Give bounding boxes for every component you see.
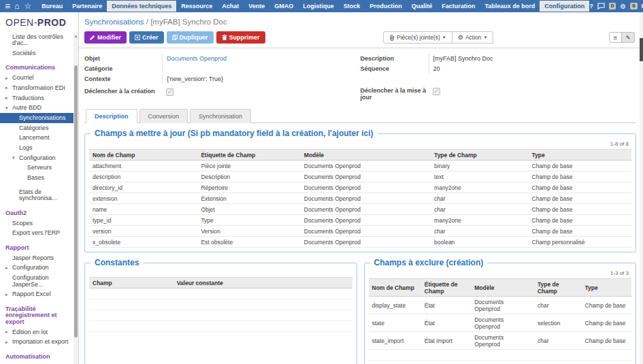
tab[interactable]: Conversion	[139, 109, 188, 123]
sidebar-item[interactable]: Automatisation	[0, 352, 78, 362]
column-header[interactable]: Valeur constante	[174, 278, 352, 288]
update-fields-pagination[interactable]: 1-8 of 8	[89, 141, 631, 149]
column-header[interactable]: Nom de Champ	[89, 150, 197, 161]
attachments-dropdown-button[interactable]: Pièce(s) jointe(s) ▼	[383, 31, 452, 44]
table-row[interactable]: type_idTypeDocuments Openprodmany2oneCha…	[89, 215, 631, 226]
sidebar-item[interactable]: ▾ Configuration	[0, 153, 78, 163]
star-favorites-icon[interactable]: ☆	[24, 2, 31, 10]
exclude-fields-pagination[interactable]: 1-3 of 3	[369, 270, 632, 278]
sidebar-item[interactable]: ▸ Transformation EDI	[0, 83, 78, 93]
action-dropdown-button[interactable]: ⚙ Action ▼	[452, 31, 494, 44]
column-header[interactable]: Modèle	[301, 150, 431, 161]
expand-arrow-icon[interactable]: ▸	[5, 265, 8, 271]
create-button[interactable]: Créer	[129, 31, 164, 44]
table-row[interactable]: state_importÉtat importDocuments Openpro…	[369, 332, 632, 350]
sidebar-scrollbar[interactable]: ▲	[73, 33, 78, 364]
sidebar-item[interactable]: Sociétés	[0, 48, 78, 59]
sidebar-item[interactable]: Rapport	[0, 243, 78, 253]
table-row[interactable]: stateÉtatDocuments OpenprodselectionCham…	[369, 314, 632, 332]
topbar-menu-item[interactable]: Ressource	[176, 1, 217, 12]
column-header[interactable]: Modèle	[471, 279, 534, 297]
home-icon[interactable]: ⌂	[14, 2, 19, 10]
expand-arrow-icon[interactable]: ▸	[5, 75, 8, 82]
sidebar-item[interactable]: Etats de synchronisa...	[0, 187, 78, 203]
edit-button[interactable]: Modifier	[84, 31, 127, 44]
expand-arrow-icon[interactable]: ▾	[5, 105, 8, 112]
topbar-menu-item[interactable]: Logistique	[298, 1, 339, 12]
sidebar-item[interactable]: Serveurs	[0, 163, 78, 173]
sidebar-item[interactable]: ▸ Importation et export	[0, 337, 78, 348]
column-header[interactable]: Type	[582, 279, 631, 297]
delete-button[interactable]: Supprimer	[216, 31, 265, 44]
sidebar-item[interactable]: ▸ Courriel	[0, 73, 78, 84]
column-header[interactable]: Étiquette de Champ	[421, 279, 471, 297]
topbar-menu-item[interactable]: Vente	[244, 1, 269, 12]
sidebar-scrollbar-thumb[interactable]	[74, 65, 78, 337]
sidebar-item[interactable]: ▸ Rapport Excel	[0, 290, 78, 300]
topbar-menu-item[interactable]: Facturation	[437, 1, 480, 12]
page-scrollbar[interactable]	[640, 12, 643, 364]
expand-arrow-icon[interactable]: ▾	[12, 154, 15, 161]
expand-arrow-icon[interactable]: ▸	[5, 84, 8, 91]
trigger-create-checkbox[interactable]: ✓	[166, 88, 174, 96]
expand-arrow-icon[interactable]: ▸	[5, 329, 8, 335]
page-scrollbar-thumb[interactable]	[640, 38, 643, 61]
table-row[interactable]: descriptionDescriptionDocuments Openprod…	[89, 171, 631, 182]
sidebar-item[interactable]: Oauth2	[0, 208, 78, 218]
sidebar-item[interactable]: Configuration JasperSe...	[0, 273, 78, 289]
table-row[interactable]: directory_idRépertoireDocuments Openprod…	[89, 182, 631, 193]
column-header[interactable]: Type de Champ	[431, 150, 528, 161]
column-header[interactable]: Type	[529, 150, 631, 161]
settings-count-badge[interactable]: 0	[630, 3, 637, 10]
table-row[interactable]: display_stateÉtatDocuments OpenprodcharC…	[369, 297, 632, 314]
sidebar-item[interactable]: ▾ Autre BDD	[0, 103, 78, 114]
messages-icon[interactable]	[597, 3, 605, 10]
breadcrumb-parent-link[interactable]: Synchronisations	[84, 18, 144, 26]
sidebar-item[interactable]: Export vers l'ERP	[0, 229, 78, 239]
sidebar-item[interactable]: ▸ Traductions	[0, 93, 78, 103]
sidebar-item[interactable]: Communications	[0, 63, 78, 73]
hamburger-menu-icon[interactable]: ≡	[5, 2, 10, 10]
table-row[interactable]: x_obsoleteEst obsolèteDocuments Openprod…	[89, 237, 631, 248]
sidebar-item[interactable]: Synchronisations	[0, 113, 78, 123]
sidebar-item[interactable]: ▸ Configuration	[0, 263, 78, 274]
expand-arrow-icon[interactable]: ▸	[5, 95, 8, 101]
list-view-button[interactable]: ≡	[609, 32, 622, 43]
column-header[interactable]: Type de Champ	[534, 279, 582, 297]
messages-count-badge[interactable]: 0	[609, 3, 616, 10]
sidebar-item[interactable]: Traçabilité enregistrement et export	[0, 304, 78, 327]
scroll-up-arrow-icon[interactable]: ▲	[73, 33, 78, 39]
sidebar-item[interactable]: Jasper Reports	[0, 253, 78, 263]
topbar-menu-item[interactable]: Configuration	[540, 1, 589, 12]
topbar-menu-item[interactable]: Données techniques	[107, 1, 176, 12]
tab[interactable]: Synchronisation	[190, 109, 251, 123]
topbar-menu-item[interactable]: GMAO	[269, 1, 298, 12]
trigger-update-checkbox[interactable]: ✓	[433, 88, 440, 95]
column-header[interactable]: Champ	[89, 278, 174, 288]
column-header[interactable]: Étiquette de Champ	[197, 150, 300, 161]
sidebar-item[interactable]: Lancement	[0, 133, 78, 144]
form-view-button[interactable]: ✎	[622, 32, 635, 43]
topbar-menu-item[interactable]: Qualité	[407, 1, 438, 12]
topbar-menu-item[interactable]: Achat	[217, 1, 244, 12]
help-icon[interactable]: ?	[589, 3, 593, 10]
table-row[interactable]: attachmentPièce jointeDocuments Openprod…	[89, 161, 631, 171]
table-row[interactable]: versionVersionDocuments OpenprodcharCham…	[89, 226, 631, 237]
topbar-menu-item[interactable]: Tableaux de bord	[480, 1, 540, 12]
sidebar-item[interactable]: Catégories	[0, 123, 78, 133]
topbar-menu-item[interactable]: Production	[365, 1, 407, 12]
topbar-menu-item[interactable]: Partenaire	[67, 1, 107, 12]
topbar-menu-item[interactable]: Bureau	[37, 1, 67, 12]
tab[interactable]: Description	[86, 109, 137, 123]
sidebar-item[interactable]: Liste des contrôles d'ac...	[0, 32, 78, 48]
table-row[interactable]: extensionExtensionDocuments Openprodchar…	[89, 193, 631, 204]
sidebar-item[interactable]: Bases	[0, 173, 78, 183]
expand-arrow-icon[interactable]: ▸	[5, 291, 8, 298]
expand-arrow-icon[interactable]: ▸	[5, 339, 8, 346]
topbar-menu-item[interactable]: Stock	[339, 1, 365, 12]
sidebar-item[interactable]: Scopes	[0, 218, 78, 229]
sidebar-item[interactable]: Logs	[0, 143, 78, 153]
column-header[interactable]: Nom de Champ	[369, 279, 421, 297]
sidebar-item[interactable]: ▸ Édition en lot	[0, 327, 78, 337]
table-row[interactable]: nameObjetDocuments OpenprodcharChamp de …	[89, 204, 631, 215]
